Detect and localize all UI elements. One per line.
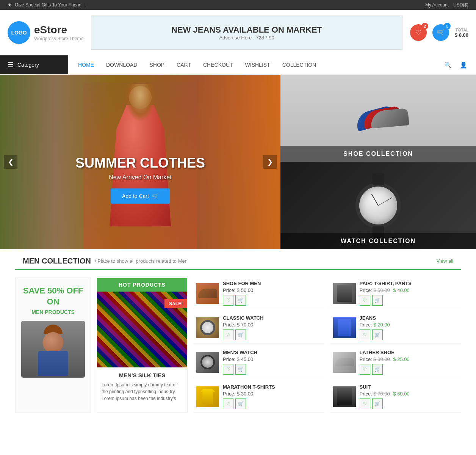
product-thumbnail <box>196 283 219 304</box>
separator: | <box>85 2 86 8</box>
product-thumbnail <box>333 283 356 304</box>
product-actions: ♡ 🛒 <box>360 364 458 375</box>
hair-shape <box>125 84 155 122</box>
save-sub: MEN PRODUCTS <box>21 309 85 315</box>
ad-banner: NEW JEANS AVAILABLE ON MARKET Advertise … <box>91 16 402 50</box>
product-thumbnail <box>196 317 219 338</box>
add-to-cart-button[interactable]: 🛒 <box>235 295 246 306</box>
my-account-link[interactable]: My Account <box>425 2 449 8</box>
currency-selector[interactable]: USD($) <box>453 2 468 8</box>
men-collection-grid: SAVE 50% OFF ON MEN PRODUCTS HOT PRODUCT… <box>8 270 468 420</box>
product-item: MARATHON T-SHIRTS Price: $ 30.00 ♡ 🛒 <box>193 381 324 413</box>
nav-collection[interactable]: COLLECTION <box>276 56 322 73</box>
view-all-link[interactable]: View all <box>436 258 453 264</box>
total-amount: $ 0.00 <box>455 32 468 38</box>
header: LOGO eStore Wordpress Store Theme NEW JE… <box>0 10 476 55</box>
wishlist-button[interactable]: ♡ <box>223 364 233 375</box>
site-tagline: Wordpress Store Theme <box>34 36 83 41</box>
add-to-cart-button[interactable]: 🛒 <box>372 329 383 340</box>
nav-shop[interactable]: SHOP <box>143 56 171 73</box>
watch-icon <box>200 320 215 335</box>
cart-button[interactable]: 🛒 0 <box>432 24 449 41</box>
jeans-icon <box>338 319 351 336</box>
cart-icon: 🛒 <box>152 193 158 199</box>
minute-hand <box>378 198 392 206</box>
product-price: Price: $ 50.00 $ 40.00 <box>360 287 458 293</box>
nav-icons: 🔍 👤 <box>441 58 476 72</box>
hero-slider: SUMMER CLOTHES New Arrived On Market Add… <box>0 75 280 249</box>
banner-title: NEW JEANS AVAILABLE ON MARKET <box>171 25 322 35</box>
save-title: SAVE 50% OFF ON <box>21 286 85 307</box>
watch-collection-banner[interactable]: WATCH COLLECTION <box>280 162 476 249</box>
gift-text: Give Special Gifts To Your Friend <box>15 2 81 8</box>
add-to-cart-button[interactable]: 🛒 <box>372 399 383 409</box>
tshirt-icon <box>200 389 215 404</box>
lather-shoe-icon <box>335 358 354 366</box>
product-name: PAIR: T-SHIRT, PANTS <box>360 281 458 286</box>
product-name: LATHER SHOE <box>360 350 458 355</box>
product-info: SUIT Price: $ 70.00 $ 60.00 ♡ 🛒 <box>360 384 458 409</box>
wishlist-button[interactable]: ♡ <box>360 329 370 340</box>
wishlist-button[interactable]: ♡ <box>360 399 370 409</box>
add-to-cart-button[interactable]: 🛒 <box>235 399 246 409</box>
product-item: SUIT Price: $ 70.00 $ 60.00 ♡ 🛒 <box>330 381 461 413</box>
nav-checkout[interactable]: CHECKOUT <box>197 56 239 73</box>
wishlist-button[interactable]: ♡ <box>360 364 370 375</box>
save-person-image <box>21 321 85 378</box>
shoe-collection-banner[interactable]: SHOE COLLECTION <box>280 75 476 162</box>
wishlist-button[interactable]: ♡ <box>223 399 233 409</box>
hot-product-name: MEN'S SILK TIES <box>102 372 183 378</box>
wishlist-button[interactable]: ♡ <box>223 329 233 340</box>
total-label: TOTAL <box>455 28 468 32</box>
products-list-left: SHOE FOR MEN Price: $ 50.00 ♡ 🛒 CLASSIC … <box>193 278 324 413</box>
product-actions: ♡ 🛒 <box>223 364 321 375</box>
product-thumbnail <box>333 317 356 338</box>
hot-products-card: HOT PRODUCTS SALE! MEN'S SILK TIES Lorem… <box>97 278 188 413</box>
face-shape <box>43 332 64 353</box>
category-button[interactable]: ☰ Category <box>0 55 68 74</box>
nav-download[interactable]: DOWNLOAD <box>100 56 143 73</box>
product-price: Price: $ 30.00 <box>223 391 321 397</box>
header-icons: ♡ 2 🛒 0 TOTAL $ 0.00 <box>410 24 468 41</box>
logo[interactable]: LOGO <box>8 21 30 44</box>
search-button[interactable]: 🔍 <box>441 58 455 72</box>
product-name: SHOE FOR MEN <box>223 281 321 286</box>
nav-links: HOME DOWNLOAD SHOP CART CHECKOUT WISHLIS… <box>68 56 441 73</box>
product-thumbnail <box>196 386 219 407</box>
product-price: Price: $ 20.00 <box>360 322 458 328</box>
nav-home[interactable]: HOME <box>72 56 100 73</box>
product-price: Price: $ 70.00 <box>223 322 321 328</box>
product-name: MARATHON T-SHIRTS <box>223 384 321 390</box>
product-item: PAIR: T-SHIRT, PANTS Price: $ 50.00 $ 40… <box>330 278 461 309</box>
top-bar: ★ Give Special Gifts To Your Friend | My… <box>0 0 476 10</box>
nav-cart[interactable]: CART <box>171 56 197 73</box>
product-item: CLASSIC WATCH Price: $ 70.00 ♡ 🛒 <box>193 312 324 344</box>
add-to-cart-button[interactable]: 🛒 <box>235 329 246 340</box>
product-info: SHOE FOR MEN Price: $ 50.00 ♡ 🛒 <box>223 281 321 306</box>
add-to-cart-button[interactable]: 🛒 <box>235 364 246 375</box>
hero-subtitle: New Arrived On Market <box>64 174 216 181</box>
hour-hand <box>371 194 379 206</box>
add-to-cart-button[interactable]: 🛒 <box>372 364 383 375</box>
product-actions: ♡ 🛒 <box>360 399 458 409</box>
top-bar-right: My Account USD($) <box>425 2 468 8</box>
product-info: PAIR: T-SHIRT, PANTS Price: $ 50.00 $ 40… <box>360 281 458 306</box>
add-to-cart-button[interactable]: 🛒 <box>372 295 383 306</box>
wishlist-button[interactable]: ♡ <box>223 295 233 306</box>
product-info: CLASSIC WATCH Price: $ 70.00 ♡ 🛒 <box>223 315 321 340</box>
product-actions: ♡ 🛒 <box>360 295 458 306</box>
section-title: MEN COLLECTION <box>23 257 91 265</box>
nav-wishlist[interactable]: WISHLIST <box>239 56 276 73</box>
product-name: CLASSIC WATCH <box>223 315 321 321</box>
wishlist-button[interactable]: ♡ <box>360 295 370 306</box>
hero-next-button[interactable]: ❯ <box>263 155 277 169</box>
wishlist-button[interactable]: ♡ 2 <box>410 24 427 41</box>
user-button[interactable]: 👤 <box>457 58 470 72</box>
site-name: eStore <box>34 24 83 36</box>
hero-prev-button[interactable]: ❮ <box>4 155 17 169</box>
pair-icon <box>337 285 352 302</box>
hero-add-to-cart[interactable]: Add to Cart 🛒 <box>111 188 170 204</box>
wishlist-badge: 2 <box>421 23 428 30</box>
hot-product-image: SALE! <box>97 292 187 367</box>
strap-top <box>373 173 384 185</box>
